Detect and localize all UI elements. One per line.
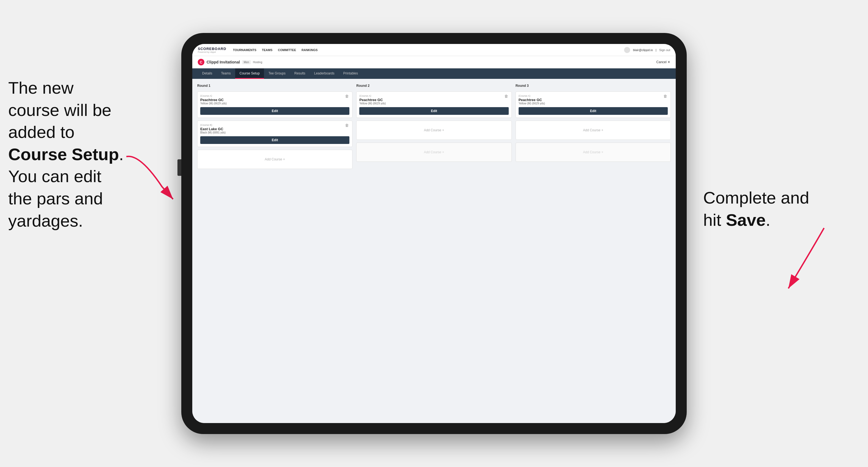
nav-committee[interactable]: COMMITTEE: [278, 48, 296, 52]
tablet-frame: SCOREBOARD Powered by clippd TOURNAMENTS…: [181, 33, 687, 434]
round2-course-a-delete[interactable]: 🗑: [504, 94, 509, 99]
nav-teams[interactable]: TEAMS: [262, 48, 273, 52]
round1-course-b-delete[interactable]: 🗑: [345, 123, 350, 128]
tab-course-setup[interactable]: Course Setup: [235, 68, 264, 79]
left-annotation: The new course will be added to Course S…: [8, 77, 167, 232]
tab-details[interactable]: Details: [198, 68, 217, 79]
round3-course-a-delete[interactable]: 🗑: [663, 94, 668, 99]
user-email: blair@clippd.io: [633, 48, 653, 52]
course-setup-bold: Course Setup: [8, 145, 119, 164]
right-arrow: [747, 225, 830, 297]
round2-add-course-1-label: Add Course +: [424, 128, 444, 132]
tablet-side-button: [178, 159, 181, 176]
round1-course-a-name: Peachtree GC: [200, 98, 349, 102]
app-content: SCOREBOARD Powered by clippd TOURNAMENTS…: [192, 44, 676, 423]
hosting-badge: Hosting: [253, 61, 262, 64]
round2-add-course-1[interactable]: Add Course +: [356, 121, 512, 140]
rounds-container: Round 1 🗑 (Course A) Peachtree GC Yellow…: [197, 84, 671, 169]
round2-course-a-details: Yellow (M) (6629 yds): [359, 102, 508, 105]
round1-course-a-delete[interactable]: 🗑: [345, 94, 350, 99]
clippd-logo: C: [198, 59, 205, 65]
round1-course-b-tag: (Course B): [200, 124, 349, 126]
round-2-label: Round 2: [356, 84, 512, 88]
round1-course-a-details: Yellow (M) (6629 yds): [200, 102, 349, 105]
tab-teams[interactable]: Teams: [217, 68, 235, 79]
tournament-gender: Men: [242, 60, 250, 64]
nav-tournaments[interactable]: TOURNAMENTS: [233, 48, 256, 52]
round1-course-a-tag: (Course A): [200, 94, 349, 97]
round1-add-course-label: Add Course +: [265, 157, 285, 161]
tablet-screen: SCOREBOARD Powered by clippd TOURNAMENTS…: [192, 44, 676, 423]
round1-course-a-edit[interactable]: Edit: [200, 107, 349, 115]
nav-links: TOURNAMENTS TEAMS COMMITTEE RANKINGS: [233, 48, 318, 52]
save-bold: Save: [726, 211, 766, 229]
round-1-label: Round 1: [197, 84, 352, 88]
tab-leaderboards[interactable]: Leaderboards: [310, 68, 339, 79]
top-nav: SCOREBOARD Powered by clippd TOURNAMENTS…: [192, 44, 676, 56]
round1-course-b-edit[interactable]: Edit: [200, 136, 349, 144]
round1-course-b-card: 🗑 (Course B) East Lake GC Black (M) (689…: [197, 121, 352, 147]
sign-out-link[interactable]: Sign out: [659, 48, 670, 52]
right-annotation: Complete and hit Save.: [703, 187, 846, 231]
nav-left: SCOREBOARD Powered by clippd TOURNAMENTS…: [198, 47, 317, 53]
tournament-header: C Clippd Invitational Men Hosting Cancel…: [192, 56, 676, 68]
round1-course-b-name: East Lake GC: [200, 127, 349, 131]
round2-course-a-card: 🗑 (Course A) Peachtree GC Yellow (M) (66…: [356, 91, 512, 118]
round-3-column: Round 3 🗑 (Course A) Peachtree GC Yellow…: [516, 84, 671, 169]
round2-add-course-2: Add Course +: [356, 143, 512, 162]
content-area: Round 1 🗑 (Course A) Peachtree GC Yellow…: [192, 79, 676, 423]
round-3-label: Round 3: [516, 84, 671, 88]
round-2-column: Round 2 🗑 (Course A) Peachtree GC Yellow…: [356, 84, 512, 169]
round1-course-a-card: 🗑 (Course A) Peachtree GC Yellow (M) (66…: [197, 91, 352, 118]
tab-tee-groups[interactable]: Tee Groups: [264, 68, 290, 79]
round-1-column: Round 1 🗑 (Course A) Peachtree GC Yellow…: [197, 84, 352, 169]
nav-rankings[interactable]: RANKINGS: [302, 48, 318, 52]
round1-add-course[interactable]: Add Course +: [197, 150, 352, 169]
sub-nav: Details Teams Course Setup Tee Groups Re…: [192, 68, 676, 79]
round3-course-a-card: 🗑 (Course A) Peachtree GC Yellow (M) (66…: [516, 91, 671, 118]
logo-title: SCOREBOARD: [198, 47, 226, 51]
tab-results[interactable]: Results: [290, 68, 310, 79]
round3-course-a-tag: (Course A): [519, 94, 668, 97]
round3-course-a-name: Peachtree GC: [519, 98, 668, 102]
logo-sub: Powered by clippd: [198, 51, 226, 53]
round3-add-course-2-label: Add Course +: [583, 150, 603, 154]
round3-add-course-2: Add Course +: [516, 143, 671, 162]
tournament-name: Clippd Invitational: [207, 60, 240, 64]
tab-printables[interactable]: Printables: [339, 68, 362, 79]
round1-course-b-details: Black (M) (6891 yds): [200, 131, 349, 134]
round2-course-a-tag: (Course A): [359, 94, 508, 97]
tournament-title-area: C Clippd Invitational Men Hosting: [198, 59, 262, 65]
round2-course-a-name: Peachtree GC: [359, 98, 508, 102]
cancel-button[interactable]: Cancel ✕: [656, 60, 670, 64]
round3-course-a-edit[interactable]: Edit: [519, 107, 668, 115]
nav-right: blair@clippd.io | Sign out: [624, 47, 670, 53]
avatar: [624, 47, 630, 53]
scoreboard-logo: SCOREBOARD Powered by clippd: [198, 47, 226, 53]
round3-add-course-1[interactable]: Add Course +: [516, 121, 671, 140]
round2-add-course-2-label: Add Course +: [424, 150, 444, 154]
round2-course-a-edit[interactable]: Edit: [359, 107, 508, 115]
round3-add-course-1-label: Add Course +: [583, 128, 603, 132]
round3-course-a-details: Yellow (M) (6629 yds): [519, 102, 668, 105]
nav-separator: |: [656, 48, 656, 52]
